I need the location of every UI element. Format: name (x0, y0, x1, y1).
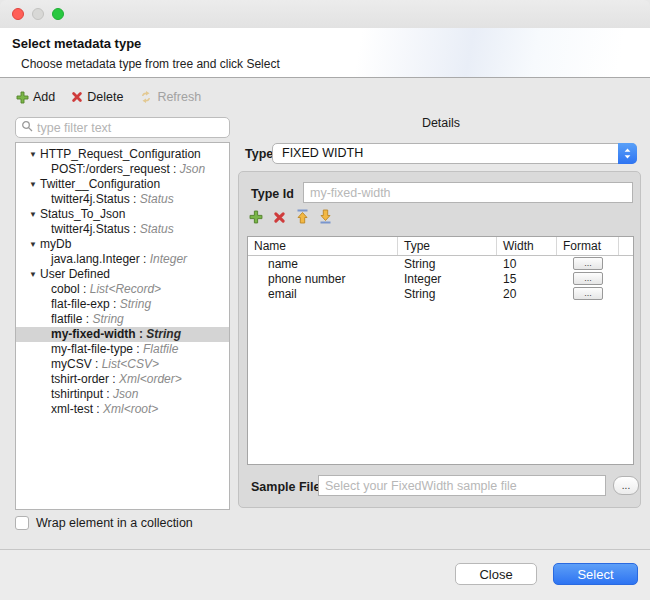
sample-file-label: Sample File (251, 480, 320, 494)
tree-item-label: flatfile (51, 312, 82, 326)
tree-item[interactable]: myCSV : List<CSV> (16, 357, 229, 372)
delete-button-label: Delete (87, 90, 123, 104)
collapse-triangle-icon[interactable]: ▼ (29, 207, 40, 222)
filter-input[interactable] (34, 121, 229, 135)
add-button[interactable]: Add (16, 90, 55, 104)
field-toolbar (249, 209, 332, 228)
format-ellipsis-button[interactable]: ... (573, 272, 603, 285)
tree-item[interactable]: ▼Twitter__Configuration (16, 177, 229, 192)
close-button[interactable]: Close (455, 563, 537, 585)
field-width-cell: 10 (497, 257, 557, 271)
tree-item-type: Xml<order> (119, 372, 182, 386)
field-type-cell: String (398, 287, 497, 301)
type-id-field[interactable] (303, 182, 633, 203)
tree-item[interactable]: twitter4j.Status : Status (16, 192, 229, 207)
metadata-tree: ▼HTTP_Request_Configuration POST:/orders… (15, 142, 230, 510)
field-width-cell: 20 (497, 287, 557, 301)
tree-item-separator: : (80, 282, 90, 296)
tree-item-type: String (120, 297, 151, 311)
sample-file-field[interactable] (318, 475, 606, 496)
tree-item-type: Xml<root> (103, 402, 158, 416)
move-up-button[interactable] (296, 209, 309, 228)
move-down-button[interactable] (319, 209, 332, 228)
tree-item-selected[interactable]: my-fixed-width : String (16, 327, 229, 342)
select-button[interactable]: Select (553, 563, 638, 585)
tree-item-type: Status (140, 192, 174, 206)
tree-item[interactable]: xml-test : Xml<root> (16, 402, 229, 417)
tree-item-type: String (146, 327, 181, 341)
tree-item-label: myCSV (51, 357, 92, 371)
table-row[interactable]: name String 10 ... (248, 256, 633, 271)
delete-field-button[interactable] (273, 210, 286, 228)
delete-x-icon (71, 91, 83, 103)
tree-item[interactable]: tshirt-order : Xml<order> (16, 372, 229, 387)
wrap-collection-option[interactable]: Wrap element in a collection (15, 516, 193, 530)
wrap-collection-checkbox[interactable] (15, 516, 29, 530)
refresh-icon (139, 90, 153, 104)
table-row[interactable]: email String 20 ... (248, 286, 633, 301)
tree-item[interactable]: POST:/orders_request : Json (16, 162, 229, 177)
table-row[interactable]: phone number Integer 15 ... (248, 271, 633, 286)
tree-item-label: POST:/orders_request (51, 162, 170, 176)
page-subtitle: Choose metadata type from tree and click… (21, 57, 280, 71)
add-field-button[interactable] (249, 210, 263, 228)
field-type-cell: Integer (398, 272, 497, 286)
tree-item[interactable]: ▼Status_To_Json (16, 207, 229, 222)
fields-table-header: Name Type Width Format (248, 237, 633, 256)
type-dropdown[interactable]: FIXED WIDTH (272, 143, 637, 164)
tree-item[interactable]: flat-file-exp : String (16, 297, 229, 312)
tree-item[interactable]: my-flat-file-type : Flatfile (16, 342, 229, 357)
fixed-width-groupbox: Type Id Name Type Width Format (238, 171, 641, 508)
tree-item-label: java.lang.Integer (51, 252, 140, 266)
minimize-window-icon[interactable] (32, 8, 44, 20)
tree-item-label: my-fixed-width (51, 327, 136, 341)
format-ellipsis-button[interactable]: ... (573, 257, 603, 270)
details-title: Details (245, 116, 637, 130)
tree-item-type: Integer (150, 252, 187, 266)
search-icon (21, 119, 34, 137)
type-dropdown-value: FIXED WIDTH (282, 144, 363, 163)
tree-item[interactable]: tshirtinput : Json (16, 387, 229, 402)
tree-item[interactable]: twitter4j.Status : Status (16, 222, 229, 237)
tree-item-separator: : (82, 312, 92, 326)
tree-item-separator: : (170, 162, 180, 176)
tree-item-separator: : (140, 252, 150, 266)
column-header-name: Name (248, 237, 398, 255)
tree-item-label: xml-test (51, 402, 93, 416)
dialog-footer: Close Select (0, 550, 650, 600)
tree-item[interactable]: ▼myDb (16, 237, 229, 252)
wrap-collection-label: Wrap element in a collection (36, 516, 193, 530)
refresh-button[interactable]: Refresh (139, 90, 201, 104)
column-header-width: Width (497, 237, 557, 255)
collapse-triangle-icon[interactable]: ▼ (29, 267, 40, 282)
collapse-triangle-icon[interactable]: ▼ (29, 177, 40, 192)
collapse-triangle-icon[interactable]: ▼ (29, 147, 40, 162)
delete-button[interactable]: Delete (71, 90, 123, 104)
tree-item[interactable]: cobol : List<Record> (16, 282, 229, 297)
tree-item-type: Json (113, 387, 138, 401)
select-metadata-dialog: Select metadata type Choose metadata typ… (0, 0, 650, 600)
tree-item-separator: : (136, 327, 147, 341)
tree-item-type: List<Record> (90, 282, 161, 296)
tree-item[interactable]: flatfile : String (16, 312, 229, 327)
browse-sample-file-button[interactable]: ... (613, 476, 639, 495)
tree-item-type: Flatfile (143, 342, 178, 356)
tree-item-label: Status_To_Json (40, 207, 125, 221)
tree-item[interactable]: ▼HTTP_Request_Configuration (16, 147, 229, 162)
dialog-header: Select metadata type Choose metadata typ… (0, 28, 650, 78)
zoom-window-icon[interactable] (52, 8, 64, 20)
tree-item[interactable]: java.lang.Integer : Integer (16, 252, 229, 267)
tree-item-type: List<CSV> (102, 357, 159, 371)
format-ellipsis-button[interactable]: ... (573, 287, 603, 300)
tree-item-separator: : (130, 192, 140, 206)
tree-item-separator: : (92, 357, 102, 371)
tree-item-label: tshirtinput (51, 387, 103, 401)
close-window-icon[interactable] (12, 8, 24, 20)
tree-item-label: User Defined (40, 267, 110, 281)
collapse-triangle-icon[interactable]: ▼ (29, 237, 40, 252)
tree-item[interactable]: ▼User Defined (16, 267, 229, 282)
column-header-type: Type (398, 237, 497, 255)
field-name-cell: name (248, 257, 398, 271)
metadata-toolbar: Add Delete Refresh (16, 90, 201, 104)
tree-item-type: Status (140, 222, 174, 236)
